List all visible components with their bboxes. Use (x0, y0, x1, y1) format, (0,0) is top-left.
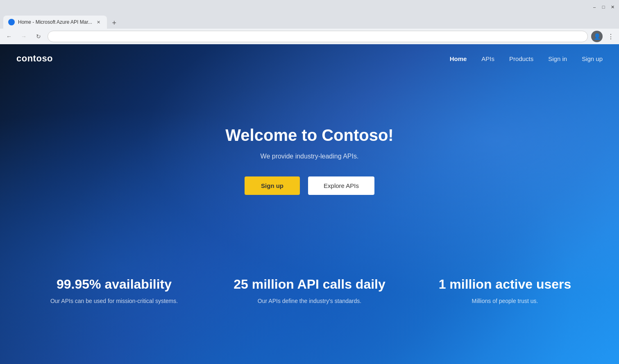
signup-button[interactable]: Sign up (245, 176, 300, 195)
profile-icon[interactable]: 👤 (591, 31, 603, 42)
close-button[interactable]: ✕ (609, 4, 616, 10)
new-tab-button[interactable]: + (109, 17, 120, 29)
stat-api-calls: 25 million API calls daily Our APIs defi… (212, 277, 407, 305)
site-nav: contoso Home APIs Products Sign in Sign … (0, 44, 619, 73)
minimize-button[interactable]: – (591, 4, 598, 10)
forward-button[interactable]: → (18, 31, 29, 42)
stat-active-users: 1 million active users Millions of peopl… (407, 277, 603, 305)
stats-section: 99.95% availability Our APIs can be used… (0, 244, 619, 330)
hero-section: Welcome to Contoso! We provide industry-… (0, 73, 619, 219)
browser-chrome: – □ ✕ Home - Microsoft Azure API Mar... … (0, 0, 619, 44)
tab-title: Home - Microsoft Azure API Mar... (18, 19, 92, 25)
stat-availability: 99.95% availability Our APIs can be used… (16, 277, 212, 305)
nav-signup[interactable]: Sign up (582, 55, 603, 62)
window-controls: – □ ✕ (591, 4, 616, 10)
nav-home[interactable]: Home (450, 55, 467, 62)
tab-favicon (8, 19, 15, 25)
restore-button[interactable]: □ (600, 4, 607, 10)
nav-products[interactable]: Products (509, 55, 533, 62)
nav-apis[interactable]: APIs (481, 55, 494, 62)
stat-api-calls-value: 25 million API calls daily (234, 277, 385, 292)
more-menu-button[interactable]: ⋮ (606, 33, 616, 41)
nav-signin[interactable]: Sign in (548, 55, 567, 62)
stat-availability-value: 99.95% availability (57, 277, 172, 292)
site-logo: contoso (16, 53, 53, 64)
hero-buttons: Sign up Explore APIs (245, 176, 374, 195)
stat-active-users-desc: Millions of people trust us. (472, 297, 538, 305)
hero-subtitle: We provide industry-leading APIs. (261, 153, 359, 160)
active-tab[interactable]: Home - Microsoft Azure API Mar... ✕ (3, 16, 107, 29)
url-bar[interactable] (48, 31, 588, 42)
hero-title: Welcome to Contoso! (225, 126, 393, 145)
tab-close-button[interactable]: ✕ (95, 19, 102, 25)
address-bar: ← → ↻ 👤 ⋮ (0, 29, 619, 44)
nav-links: Home APIs Products Sign in Sign up (450, 55, 603, 62)
explore-apis-button[interactable]: Explore APIs (308, 176, 374, 195)
back-button[interactable]: ← (3, 31, 15, 42)
stat-availability-desc: Our APIs can be used for mission-critica… (50, 297, 178, 305)
title-bar: – □ ✕ (0, 0, 619, 14)
stat-api-calls-desc: Our APIs define the industry's standards… (258, 297, 361, 305)
tabs-bar: Home - Microsoft Azure API Mar... ✕ + (0, 14, 619, 29)
website-content: contoso Home APIs Products Sign in Sign … (0, 44, 619, 364)
refresh-button[interactable]: ↻ (33, 31, 44, 42)
stat-active-users-value: 1 million active users (439, 277, 571, 292)
